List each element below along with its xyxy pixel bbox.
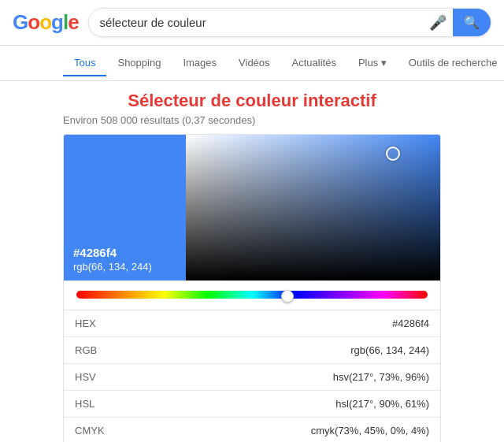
- color-preview: #4286f4 rgb(66, 134, 244): [64, 135, 186, 280]
- mic-icon[interactable]: 🎤: [429, 14, 447, 32]
- tab-shopping[interactable]: Shopping: [106, 50, 172, 76]
- hsv-label: HSV: [75, 371, 96, 383]
- rgb-value: rgb(66, 134, 244): [350, 344, 429, 356]
- cmyk-value: cmyk(73%, 45%, 0%, 4%): [311, 425, 429, 436]
- hex-value: #4286f4: [392, 318, 429, 329]
- google-logo: Google: [13, 10, 79, 35]
- tab-tous[interactable]: Tous: [63, 50, 106, 76]
- color-row-rgb: RGB rgb(66, 134, 244): [64, 337, 440, 364]
- hue-slider-area: [64, 280, 440, 310]
- color-row-cmyk: CMYK cmyk(73%, 45%, 0%, 4%): [64, 418, 440, 442]
- page-title: Sélecteur de couleur interactif: [63, 91, 441, 111]
- hue-slider-container[interactable]: [76, 291, 428, 302]
- hsl-label: HSL: [75, 398, 94, 410]
- rgb-label: RGB: [75, 344, 97, 356]
- color-row-hsv: HSV hsv(217°, 73%, 96%): [64, 364, 440, 391]
- color-values-table: HEX #4286f4 RGB rgb(66, 134, 244) HSV hs…: [64, 310, 440, 442]
- gradient-picker[interactable]: [186, 135, 440, 280]
- color-hex-display: #4286f4: [73, 244, 176, 261]
- nav-tabs: Tous Shopping Images Vidéos Actualités P…: [0, 46, 504, 81]
- tab-outils[interactable]: Outils de recherche: [398, 50, 504, 76]
- color-picker-area: #4286f4 rgb(66, 134, 244): [64, 135, 440, 280]
- color-row-hex: HEX #4286f4: [64, 310, 440, 337]
- hex-label: HEX: [75, 318, 96, 329]
- tab-plus[interactable]: Plus ▾: [347, 50, 398, 76]
- cmyk-label: CMYK: [75, 425, 105, 436]
- color-rgb-display: rgb(66, 134, 244): [73, 261, 176, 273]
- search-button[interactable]: 🔍: [453, 9, 491, 36]
- search-input[interactable]: sélecteur de couleur: [100, 16, 423, 29]
- picker-handle[interactable]: [386, 147, 400, 161]
- color-row-hsl: HSL hsl(217°, 90%, 61%): [64, 391, 440, 418]
- results-info: Environ 508 000 résultats (0,37 secondes…: [63, 114, 441, 126]
- hsl-value: hsl(217°, 90%, 61%): [335, 398, 429, 410]
- main-content: Sélecteur de couleur interactif Environ …: [0, 81, 504, 442]
- tab-actualites[interactable]: Actualités: [281, 50, 347, 76]
- color-picker-widget: #4286f4 rgb(66, 134, 244) HEX #4286f4 RG…: [63, 134, 441, 442]
- hsv-value: hsv(217°, 73%, 96%): [333, 371, 429, 383]
- hue-thumb[interactable]: [281, 290, 294, 303]
- hue-track: [76, 291, 428, 299]
- search-bar: sélecteur de couleur 🎤 🔍: [88, 8, 491, 37]
- tab-images[interactable]: Images: [172, 50, 228, 76]
- header: Google sélecteur de couleur 🎤 🔍: [0, 0, 504, 46]
- tab-videos[interactable]: Vidéos: [228, 50, 281, 76]
